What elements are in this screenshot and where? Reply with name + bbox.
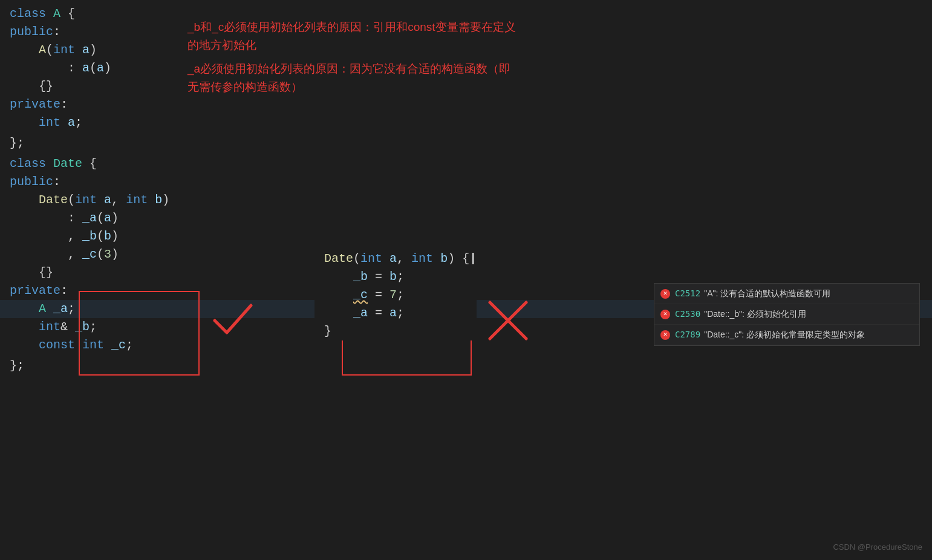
keyword-public-date: public <box>10 173 53 191</box>
annotation-line3: _a必须使用初始化列表的原因：因为它没有合适的构造函数（即 <box>187 60 708 78</box>
line-class-date: class Date { <box>0 155 932 173</box>
type-int-1: int <box>53 41 75 59</box>
keyword-private-date: private <box>10 282 60 300</box>
line-int-a: int a ; <box>0 114 932 132</box>
func-date: Date <box>39 191 68 209</box>
right-a-assign: _a = a ; <box>314 304 477 322</box>
watermark: CSDN @ProcedureStone <box>833 541 922 553</box>
line-end-a: }; <box>0 134 932 152</box>
error-row-3: ✕ C2789 "Date::_c": 必须初始化常量限定类型的对象 <box>654 325 919 345</box>
error-panel: ✕ C2512 "A": 没有合适的默认构造函数可用 ✕ C2530 "Date… <box>654 283 920 346</box>
error-row-2: ✕ C2530 "Date::_b": 必须初始化引用 <box>654 304 919 325</box>
right-date-signature: Date ( int a , int b ) { | <box>314 250 477 268</box>
keyword-private: private <box>10 96 60 114</box>
checkmark-icon <box>209 296 257 345</box>
annotation-line2: 的地方初始化 <box>187 36 708 54</box>
error-icon-3: ✕ <box>660 330 670 340</box>
line-public-date: public : <box>0 173 932 191</box>
func-a: A <box>39 41 46 59</box>
type-int-2: int <box>39 114 60 132</box>
type-int-ref: int <box>39 318 60 336</box>
keyword-class: class <box>10 5 46 23</box>
error-msg-2: "Date::_b": 必须初始化引用 <box>704 308 806 321</box>
error-icon-1: ✕ <box>660 289 670 299</box>
right-c-assign: _c = 7 ; <box>314 286 477 304</box>
error-code-3: C2789 <box>675 328 700 341</box>
error-code-2: C2530 <box>675 308 700 321</box>
error-icon-2: ✕ <box>660 310 670 319</box>
keyword-class-date: class <box>10 155 46 173</box>
annotation-line4: 无需传参的构造函数） <box>187 78 708 96</box>
right-b-assign: _b = b ; <box>314 268 477 286</box>
type-int-3: int <box>75 191 97 209</box>
classname-a: A <box>53 5 60 23</box>
type-a: A <box>39 300 46 318</box>
line-date-constructor: Date ( int a , int b ) <box>0 191 932 209</box>
annotation-line1: _b和_c必须使用初始化列表的原因：引用和const变量需要在定义 <box>187 18 708 36</box>
error-row-1: ✕ C2512 "A": 没有合适的默认构造函数可用 <box>654 284 919 304</box>
right-close-brace: } <box>314 322 477 340</box>
annotation-box: _b和_c必须使用初始化列表的原因：引用和const变量需要在定义 的地方初始化… <box>187 18 708 97</box>
type-int-4: int <box>126 191 148 209</box>
line-init-list-2: , _b ( b ) <box>0 227 932 246</box>
keyword-public: public <box>10 23 53 41</box>
xmark-icon <box>484 296 532 345</box>
keyword-const: const <box>39 336 75 354</box>
correct-code-box <box>79 291 200 376</box>
line-private-a: private : <box>0 96 932 114</box>
error-msg-3: "Date::_c": 必须初始化常量限定类型的对象 <box>704 328 865 341</box>
classname-date: Date <box>53 155 82 173</box>
wrong-code-block: Date ( int a , int b ) { | _b = b ; _c =… <box>314 250 477 340</box>
error-msg-1: "A": 没有合适的默认构造函数可用 <box>704 287 830 300</box>
error-code-1: C2512 <box>675 287 700 300</box>
line-init-list-1: : _a ( a ) <box>0 209 932 227</box>
